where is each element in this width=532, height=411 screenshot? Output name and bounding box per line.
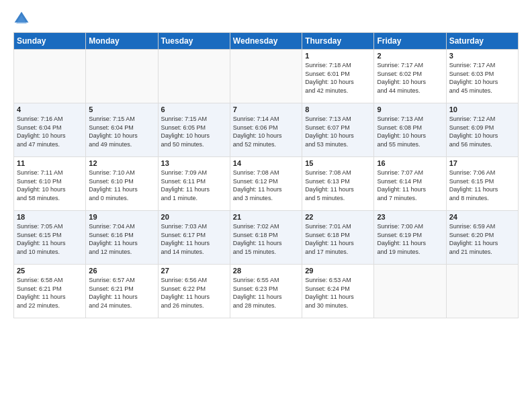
- day-number: 29: [305, 267, 371, 275]
- day-info: Sunrise: 7:14 AM Sunset: 6:06 PM Dayligh…: [233, 115, 299, 148]
- day-info: Sunrise: 6:55 AM Sunset: 6:23 PM Dayligh…: [233, 276, 299, 310]
- calendar-cell: 29Sunrise: 6:53 AM Sunset: 6:24 PM Dayli…: [302, 265, 374, 318]
- calendar-cell: 24Sunrise: 6:59 AM Sunset: 6:20 PM Dayli…: [446, 211, 518, 265]
- calendar-cell: [230, 50, 302, 103]
- calendar-cell: 23Sunrise: 7:00 AM Sunset: 6:19 PM Dayli…: [374, 211, 446, 265]
- day-number: 3: [449, 52, 515, 60]
- logo: [13, 11, 32, 27]
- calendar-cell: [158, 50, 230, 103]
- day-info: Sunrise: 7:07 AM Sunset: 6:14 PM Dayligh…: [377, 169, 443, 202]
- calendar: SundayMondayTuesdayWednesdayThursdayFrid…: [13, 32, 519, 318]
- calendar-header-sunday: Sunday: [14, 33, 86, 50]
- calendar-week-1: 1Sunrise: 7:18 AM Sunset: 6:01 PM Daylig…: [14, 50, 519, 103]
- day-info: Sunrise: 7:13 AM Sunset: 6:07 PM Dayligh…: [305, 115, 371, 148]
- day-info: Sunrise: 7:12 AM Sunset: 6:09 PM Dayligh…: [449, 115, 515, 148]
- calendar-cell: 25Sunrise: 6:58 AM Sunset: 6:21 PM Dayli…: [14, 265, 86, 318]
- day-number: 21: [233, 213, 299, 221]
- calendar-cell: 20Sunrise: 7:03 AM Sunset: 6:17 PM Dayli…: [158, 211, 230, 265]
- day-info: Sunrise: 7:08 AM Sunset: 6:12 PM Dayligh…: [233, 169, 299, 202]
- calendar-cell: 18Sunrise: 7:05 AM Sunset: 6:15 PM Dayli…: [14, 211, 86, 265]
- calendar-cell: 17Sunrise: 7:06 AM Sunset: 6:15 PM Dayli…: [446, 157, 518, 211]
- day-number: 2: [377, 52, 443, 60]
- day-number: 1: [305, 52, 371, 60]
- calendar-cell: 22Sunrise: 7:01 AM Sunset: 6:18 PM Dayli…: [302, 211, 374, 265]
- calendar-cell: 3Sunrise: 7:17 AM Sunset: 6:03 PM Daylig…: [446, 50, 518, 103]
- calendar-cell: 4Sunrise: 7:16 AM Sunset: 6:04 PM Daylig…: [14, 103, 86, 157]
- day-info: Sunrise: 6:59 AM Sunset: 6:20 PM Dayligh…: [449, 222, 515, 256]
- calendar-cell: [446, 265, 518, 318]
- day-info: Sunrise: 7:18 AM Sunset: 6:01 PM Dayligh…: [305, 61, 371, 95]
- day-info: Sunrise: 7:15 AM Sunset: 6:05 PM Dayligh…: [161, 115, 227, 148]
- page: SundayMondayTuesdayWednesdayThursdayFrid…: [0, 0, 532, 411]
- calendar-cell: 28Sunrise: 6:55 AM Sunset: 6:23 PM Dayli…: [230, 265, 302, 318]
- day-info: Sunrise: 7:17 AM Sunset: 6:03 PM Dayligh…: [449, 61, 515, 95]
- day-info: Sunrise: 6:53 AM Sunset: 6:24 PM Dayligh…: [305, 276, 371, 310]
- calendar-cell: 13Sunrise: 7:09 AM Sunset: 6:11 PM Dayli…: [158, 157, 230, 211]
- day-info: Sunrise: 6:58 AM Sunset: 6:21 PM Dayligh…: [17, 276, 83, 310]
- day-number: 12: [89, 159, 154, 167]
- day-info: Sunrise: 7:11 AM Sunset: 6:10 PM Dayligh…: [17, 169, 83, 202]
- day-number: 25: [17, 267, 83, 275]
- calendar-cell: 15Sunrise: 7:08 AM Sunset: 6:13 PM Dayli…: [302, 157, 374, 211]
- calendar-cell: [86, 50, 158, 103]
- day-number: 6: [161, 105, 227, 113]
- calendar-cell: 11Sunrise: 7:11 AM Sunset: 6:10 PM Dayli…: [14, 157, 86, 211]
- day-info: Sunrise: 7:15 AM Sunset: 6:04 PM Dayligh…: [89, 115, 154, 148]
- day-info: Sunrise: 7:04 AM Sunset: 6:16 PM Dayligh…: [89, 222, 154, 256]
- day-info: Sunrise: 7:09 AM Sunset: 6:11 PM Dayligh…: [161, 169, 227, 202]
- day-number: 11: [17, 159, 83, 167]
- day-number: 28: [233, 267, 299, 275]
- day-info: Sunrise: 7:17 AM Sunset: 6:02 PM Dayligh…: [377, 61, 443, 95]
- day-number: 16: [377, 159, 443, 167]
- calendar-week-5: 25Sunrise: 6:58 AM Sunset: 6:21 PM Dayli…: [14, 265, 519, 318]
- day-info: Sunrise: 7:10 AM Sunset: 6:10 PM Dayligh…: [89, 169, 154, 202]
- day-number: 13: [161, 159, 227, 167]
- day-info: Sunrise: 6:57 AM Sunset: 6:21 PM Dayligh…: [89, 276, 154, 310]
- day-number: 22: [305, 213, 371, 221]
- day-info: Sunrise: 7:05 AM Sunset: 6:15 PM Dayligh…: [17, 222, 83, 256]
- calendar-cell: [14, 50, 86, 103]
- day-info: Sunrise: 7:16 AM Sunset: 6:04 PM Dayligh…: [17, 115, 83, 148]
- calendar-cell: 12Sunrise: 7:10 AM Sunset: 6:10 PM Dayli…: [86, 157, 158, 211]
- calendar-cell: 8Sunrise: 7:13 AM Sunset: 6:07 PM Daylig…: [302, 103, 374, 157]
- calendar-cell: 26Sunrise: 6:57 AM Sunset: 6:21 PM Dayli…: [86, 265, 158, 318]
- header: [13, 11, 519, 27]
- calendar-cell: 1Sunrise: 7:18 AM Sunset: 6:01 PM Daylig…: [302, 50, 374, 103]
- day-number: 7: [233, 105, 299, 113]
- calendar-week-3: 11Sunrise: 7:11 AM Sunset: 6:10 PM Dayli…: [14, 157, 519, 211]
- day-info: Sunrise: 7:08 AM Sunset: 6:13 PM Dayligh…: [305, 169, 371, 202]
- day-info: Sunrise: 7:01 AM Sunset: 6:18 PM Dayligh…: [305, 222, 371, 256]
- day-info: Sunrise: 7:02 AM Sunset: 6:18 PM Dayligh…: [233, 222, 299, 256]
- calendar-header-friday: Friday: [374, 33, 446, 50]
- calendar-week-4: 18Sunrise: 7:05 AM Sunset: 6:15 PM Dayli…: [14, 211, 519, 265]
- day-number: 26: [89, 267, 154, 275]
- calendar-cell: 27Sunrise: 6:56 AM Sunset: 6:22 PM Dayli…: [158, 265, 230, 318]
- day-number: 14: [233, 159, 299, 167]
- calendar-cell: 16Sunrise: 7:07 AM Sunset: 6:14 PM Dayli…: [374, 157, 446, 211]
- day-number: 17: [449, 159, 515, 167]
- day-number: 10: [449, 105, 515, 113]
- calendar-cell: 21Sunrise: 7:02 AM Sunset: 6:18 PM Dayli…: [230, 211, 302, 265]
- day-number: 27: [161, 267, 227, 275]
- calendar-header-thursday: Thursday: [302, 33, 374, 50]
- calendar-header-row: SundayMondayTuesdayWednesdayThursdayFrid…: [14, 33, 519, 50]
- calendar-cell: 9Sunrise: 7:13 AM Sunset: 6:08 PM Daylig…: [374, 103, 446, 157]
- calendar-header-tuesday: Tuesday: [158, 33, 230, 50]
- day-info: Sunrise: 6:56 AM Sunset: 6:22 PM Dayligh…: [161, 276, 227, 310]
- day-number: 24: [449, 213, 515, 221]
- day-number: 4: [17, 105, 83, 113]
- day-number: 20: [161, 213, 227, 221]
- logo-icon: [13, 11, 30, 27]
- day-number: 23: [377, 213, 443, 221]
- calendar-cell: 2Sunrise: 7:17 AM Sunset: 6:02 PM Daylig…: [374, 50, 446, 103]
- day-number: 19: [89, 213, 154, 221]
- calendar-cell: 7Sunrise: 7:14 AM Sunset: 6:06 PM Daylig…: [230, 103, 302, 157]
- calendar-cell: 19Sunrise: 7:04 AM Sunset: 6:16 PM Dayli…: [86, 211, 158, 265]
- day-info: Sunrise: 7:00 AM Sunset: 6:19 PM Dayligh…: [377, 222, 443, 256]
- calendar-cell: 10Sunrise: 7:12 AM Sunset: 6:09 PM Dayli…: [446, 103, 518, 157]
- day-info: Sunrise: 7:06 AM Sunset: 6:15 PM Dayligh…: [449, 169, 515, 202]
- day-number: 18: [17, 213, 83, 221]
- calendar-header-wednesday: Wednesday: [230, 33, 302, 50]
- day-number: 15: [305, 159, 371, 167]
- calendar-header-monday: Monday: [86, 33, 158, 50]
